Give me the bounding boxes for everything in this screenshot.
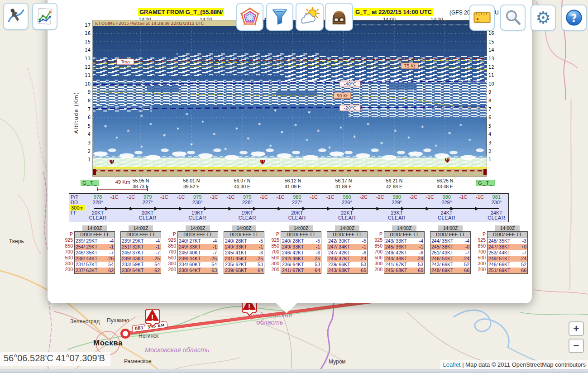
strip-pt-value: 980 <box>343 194 351 200</box>
measure-button[interactable]: mm <box>469 5 495 31</box>
pressure-value: 200 <box>63 267 74 273</box>
strip-pt-value: -1C <box>160 194 168 200</box>
wind-cell: 239/ 43KT <box>122 256 143 262</box>
strip-dd-value: 230° <box>491 200 502 205</box>
search-button[interactable] <box>500 5 526 31</box>
strip-sky-value: CLEAR <box>89 215 106 220</box>
table-row: 231/ 57KT-54 <box>75 262 115 268</box>
table-time-header: 14:00Z <box>335 225 359 231</box>
wind-cell: 254/ 29KT <box>76 244 97 250</box>
svg-text:13: 13 <box>85 56 91 61</box>
table-row: 246/ 35KT-7 <box>75 250 115 256</box>
table-row: 243/ 47KT-24 <box>327 256 367 262</box>
pressure-value: 500 <box>373 255 384 261</box>
bottom-scrollbar[interactable] <box>0 369 588 373</box>
table-row: 246/ 50KT-24 <box>430 256 470 262</box>
map[interactable]: ТверьЗеленоградПушкиноМоскваНогинскРамен… <box>0 0 588 373</box>
pressure-header: P <box>373 231 384 237</box>
svg-text:9: 9 <box>488 90 491 95</box>
svg-text:2: 2 <box>488 149 491 154</box>
table-time-header: 14:00Z <box>495 225 520 231</box>
strip-dd-value: 229° <box>441 200 452 205</box>
gramet-chart: ************************************ ΨΨΨ… <box>72 18 496 177</box>
temp-cell: -25 <box>313 256 320 262</box>
help-button[interactable]: ? <box>561 5 587 31</box>
wind-cell: 249/ 51KT <box>488 256 510 262</box>
pressure-value: 200 <box>270 267 281 273</box>
pressure-value: 700 <box>63 249 74 255</box>
table-row: 247/ 42KT-6 <box>327 250 367 256</box>
svg-text:⚙: ⚙ <box>535 8 551 28</box>
table-row: 248/ 69KT-66 <box>430 268 470 273</box>
wind-cell: 249/ 33KT <box>282 244 304 250</box>
strip-dd-value: 227° <box>143 200 153 205</box>
pressure-header: P <box>270 231 281 237</box>
svg-text:*: * <box>317 129 320 135</box>
temp-cell: -62 <box>153 268 160 273</box>
leaflet-link[interactable]: Leaflet <box>443 361 460 368</box>
radar-diagram-button[interactable] <box>236 3 263 31</box>
svg-text:?: ? <box>571 12 577 24</box>
warning-marker[interactable]: ! <box>145 309 160 324</box>
table-row: 235/ 62KT-53 <box>224 262 264 268</box>
filter-button[interactable] <box>266 3 293 31</box>
temp-cell: -5 <box>316 238 320 244</box>
settings-button[interactable]: ⚙ <box>531 5 556 31</box>
table-body: DDD/ FFF TT239/ 29KT-4254/ 29KT-1246/ 35… <box>74 231 115 274</box>
wind-table: 14:00ZDDD/ FFF TT240/ 27KT-4249/ 33KT-12… <box>177 225 218 274</box>
wind-cell: 242/ 46KT <box>282 256 304 262</box>
wind-table-group: 14:00ZDDD/ FFF TT244/ 35KT-4245/ 38KT-02… <box>430 225 471 274</box>
svg-text:*: * <box>421 124 424 131</box>
wind-table: 14:00ZDDD/ FFF TT244/ 35KT-4245/ 38KT-02… <box>430 225 471 274</box>
temp-cell: -6 <box>259 250 263 256</box>
temp-cell: -52 <box>463 262 469 268</box>
chart-copyright: (c) OGIMET-2015 Plotted at 14:28:39 22/0… <box>95 21 204 26</box>
wind-cell: 241/ 67KT <box>385 262 407 268</box>
strip-pt-value: -1C <box>177 194 185 200</box>
route-start-marker[interactable] <box>120 329 130 339</box>
temp-cell: -4 <box>213 238 217 244</box>
weather-button[interactable] <box>296 3 324 31</box>
pressure-value: 700 <box>373 249 384 255</box>
wind-cell: 246/ 42KT <box>282 250 304 256</box>
svg-text:15: 15 <box>488 39 494 44</box>
sun-cloud-icon <box>299 6 320 28</box>
wind-cell: 245/ 38KT <box>431 244 453 250</box>
waypoint-lat: 56.12 N <box>285 178 301 183</box>
temp-cell: -53 <box>256 262 263 268</box>
pressure-value: 300 <box>63 261 74 267</box>
svg-text:13: 13 <box>488 56 494 61</box>
strip-sky-value: CLEAR <box>189 215 206 220</box>
strip-pt-value: 979 <box>243 194 251 200</box>
pilot-button[interactable] <box>325 3 353 31</box>
temp-cell: -4 <box>156 238 160 244</box>
gramet-model-text-frag: U <box>495 10 499 16</box>
table-row: 249/ 33KT-1 <box>178 244 218 250</box>
svg-text:*: * <box>115 135 118 142</box>
isotach-50-label: 50 Kt <box>336 93 348 98</box>
table-body: DDD/ FFF TT248/ 35KT-3247/ 38KT+0253/ 44… <box>487 231 528 274</box>
zoom-in-button[interactable]: + <box>569 321 584 336</box>
route-end-block <box>483 169 487 175</box>
temp-cell: -66 <box>520 268 526 273</box>
strip-sky-value: CLEAR <box>139 215 157 220</box>
zoom-out-button[interactable]: − <box>569 339 584 353</box>
temp-cell: -4 <box>419 238 423 244</box>
table-row: 244/ 35KT-4 <box>430 238 470 244</box>
strip-pt-value: 979 <box>193 194 201 200</box>
svg-text:*: * <box>177 126 179 133</box>
strip-dd-value: 229° <box>392 200 402 205</box>
table-row: 239/ 44KT-25 <box>178 256 218 262</box>
route-tool-button[interactable] <box>3 3 29 30</box>
profile-chart-button[interactable] <box>32 3 57 30</box>
svg-text:*: * <box>459 123 462 129</box>
strip-pt-value: -1C <box>459 194 468 200</box>
waypoint-lon: 41.89 E <box>335 184 352 189</box>
svg-text:*: * <box>140 114 143 120</box>
wind-cell: 251/ 43KT <box>431 250 453 256</box>
svg-text:*: * <box>269 143 272 150</box>
table-time-header: 14:00Z <box>129 225 153 231</box>
temp-cell: -62 <box>107 268 114 273</box>
svg-text:*: * <box>224 147 227 153</box>
svg-text:*: * <box>306 138 308 144</box>
